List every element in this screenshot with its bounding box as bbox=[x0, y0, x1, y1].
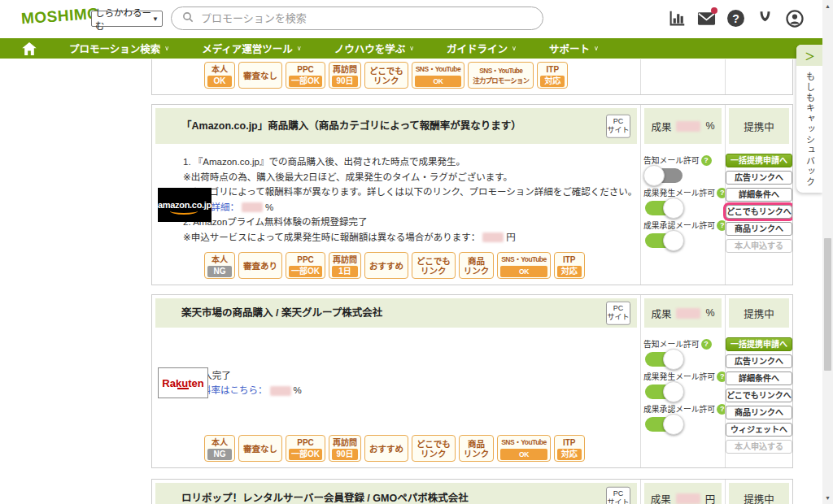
badge-label: ITP bbox=[556, 254, 582, 265]
redacted-value bbox=[676, 493, 700, 504]
feature-badge: 審査なし bbox=[238, 435, 282, 462]
account-dropdown[interactable]: しらかわるーむ ▼ bbox=[91, 11, 163, 27]
partnership-status: 提携中 bbox=[744, 306, 774, 321]
actions-column bbox=[725, 59, 792, 94]
badge-value: 一部OK bbox=[289, 266, 322, 277]
feature-badge: 審査あり bbox=[238, 252, 282, 279]
promotion-search[interactable] bbox=[171, 7, 543, 30]
action-button[interactable]: 一括提携申請へ bbox=[726, 154, 792, 167]
action-buttons: 一括提携申請へ広告リンクへ詳細条件へどこでもリンクへ商品リンクへウィジェットへ本… bbox=[726, 331, 792, 457]
feature-badge: 審査なし bbox=[238, 62, 282, 89]
badge-label: SNS・YouTube bbox=[499, 437, 548, 448]
performance-label: 成果 bbox=[651, 491, 671, 504]
toggle-knob bbox=[643, 165, 665, 186]
feature-badge: どこでもリンク bbox=[412, 252, 456, 279]
badge-value: NG bbox=[207, 266, 232, 277]
toggle-group: 告知メール許可? bbox=[643, 154, 725, 183]
action-button[interactable]: 広告リンクへ bbox=[726, 354, 792, 368]
actions-column: 提携中一括提携申請へ広告リンクへ詳細条件へどこでもリンクへ商品リンクへ本人申込す… bbox=[725, 105, 792, 285]
toggle-label: 告知メール許可? bbox=[643, 338, 725, 350]
action-button[interactable]: 一括提携申請へ bbox=[726, 337, 792, 351]
feature-badge: PPC一部OK bbox=[286, 252, 325, 279]
search-input[interactable] bbox=[201, 12, 533, 24]
feature-badge: 商品リンク bbox=[459, 252, 495, 279]
badge-label: ITP bbox=[556, 437, 582, 448]
feature-badge: どこでもリンク bbox=[364, 62, 408, 89]
badge-label: リンク bbox=[414, 266, 453, 276]
badge-row: 本人OK審査なしPPC一部OK再訪問90日どこでもリンクSNS・YouTubeO… bbox=[152, 62, 640, 94]
help-icon[interactable]: ? bbox=[726, 9, 745, 28]
pc-site-badge: PCサイト bbox=[606, 115, 630, 138]
nav-item-support[interactable]: サポート∨ bbox=[549, 41, 599, 56]
nav-item-media-tools[interactable]: メディア運営ツール∨ bbox=[202, 41, 302, 56]
nav-item-promotion-search[interactable]: プロモーション検索∨ bbox=[69, 41, 169, 56]
partnership-status: 提携中 bbox=[744, 491, 774, 504]
badge-label: おすすめ bbox=[367, 261, 406, 271]
feature-badge: 再訪問1日 bbox=[329, 252, 361, 279]
pc-site-badge: PCサイト bbox=[606, 487, 630, 504]
nav-item-knowhow[interactable]: ノウハウを学ぶ∨ bbox=[334, 41, 414, 56]
badge-label: 注力プロモーション bbox=[470, 76, 531, 85]
toggle-switch[interactable] bbox=[645, 417, 683, 432]
toggle-switch[interactable] bbox=[645, 352, 683, 367]
badge-label: ITP bbox=[539, 64, 565, 75]
moshimo-logo[interactable]: MOSHIMO bbox=[20, 5, 100, 28]
logo-text: Rakuten bbox=[162, 377, 203, 389]
description-line: 報酬料率はこちら：% bbox=[183, 383, 640, 398]
report-chart-icon[interactable] bbox=[668, 9, 687, 28]
toggle-group: 成果発生メール許可? bbox=[643, 371, 725, 399]
toggle-switch[interactable] bbox=[645, 233, 683, 248]
cashback-tab-label: もしもキャッシュバック bbox=[804, 72, 817, 188]
performance-unit: 円 bbox=[705, 491, 716, 504]
badge-label: リンク bbox=[367, 76, 406, 85]
account-icon[interactable] bbox=[785, 9, 804, 28]
toggle-group: 成果承認メール許可? bbox=[643, 219, 725, 248]
action-button[interactable]: 詳細条件へ bbox=[726, 188, 792, 202]
badge-label: PPC bbox=[288, 254, 323, 265]
cashback-tab[interactable]: ＞ もしもキャッシュバック bbox=[796, 45, 823, 193]
pc-site-badge: PCサイト bbox=[606, 302, 630, 325]
promotion-title-cell: 楽天市場の商品購入 / 楽天グループ株式会社PCサイト bbox=[155, 298, 637, 328]
badge-value: 対応 bbox=[557, 266, 582, 277]
feature-badge: ITP対応 bbox=[554, 252, 585, 279]
action-button[interactable]: ウィジェットへ bbox=[726, 423, 792, 437]
badge-label: リンク bbox=[461, 449, 492, 458]
promotion-block: 本人OK審査なしPPC一部OK再訪問90日どこでもリンクSNS・YouTubeO… bbox=[151, 59, 793, 95]
search-icon bbox=[181, 11, 194, 27]
account-dropdown-value: しらかわるーむ bbox=[95, 6, 152, 32]
scroll-down-icon[interactable]: ▼ bbox=[822, 493, 833, 503]
action-button[interactable]: 広告リンクへ bbox=[726, 171, 792, 185]
nav-item-guideline[interactable]: ガイドライン∨ bbox=[447, 41, 517, 56]
help-icon[interactable]: ? bbox=[701, 339, 712, 350]
redacted-value bbox=[676, 121, 700, 132]
beginner-mark-icon[interactable] bbox=[756, 9, 774, 28]
promotion-block: ロリポップ！レンタルサーバー会員登録 / GMOペパボ株式会社PCサイト成果円提… bbox=[151, 479, 793, 504]
partnership-status-cell: 提携中 bbox=[729, 108, 789, 144]
description-line: 1. 購入完了 bbox=[183, 368, 640, 384]
action-button[interactable]: 商品リンクへ bbox=[726, 406, 792, 419]
badge-label: どこでも bbox=[414, 439, 453, 449]
badge-label: どこでも bbox=[367, 66, 406, 76]
badge-value: OK bbox=[500, 266, 547, 277]
toggle-knob bbox=[663, 381, 684, 402]
badge-value: 1日 bbox=[332, 266, 358, 277]
action-button[interactable]: 商品リンクへ bbox=[726, 222, 792, 236]
chevron-down-icon: ∨ bbox=[409, 45, 414, 52]
promotion-main-column: ロリポップ！レンタルサーバー会員登録 / GMOペパボ株式会社PCサイト bbox=[152, 480, 640, 504]
help-icon[interactable]: ? bbox=[701, 155, 712, 166]
toggle-switch[interactable] bbox=[645, 385, 683, 399]
badge-label: PPC bbox=[288, 64, 323, 75]
promotion-main-column: 本人OK審査なしPPC一部OK再訪問90日どこでもリンクSNS・YouTubeO… bbox=[152, 59, 640, 94]
mail-icon[interactable] bbox=[697, 9, 716, 28]
scroll-up-icon[interactable]: ▲ bbox=[822, 1, 833, 11]
action-button[interactable]: 詳細条件へ bbox=[726, 371, 792, 385]
scrollbar[interactable]: ▲ ▼ bbox=[822, 0, 833, 504]
action-button[interactable]: どこでもリンクへ bbox=[726, 205, 792, 219]
scrollbar-thumb[interactable] bbox=[824, 238, 831, 371]
action-button[interactable]: どこでもリンクへ bbox=[726, 389, 792, 402]
toggle-switch[interactable] bbox=[645, 168, 683, 183]
promotion-main-column: 楽天市場の商品購入 / 楽天グループ株式会社PCサイトRakuten1. 購入完… bbox=[152, 295, 640, 467]
home-icon[interactable] bbox=[22, 42, 37, 55]
feature-badge: 本人OK bbox=[204, 62, 235, 89]
toggle-switch[interactable] bbox=[645, 201, 683, 215]
